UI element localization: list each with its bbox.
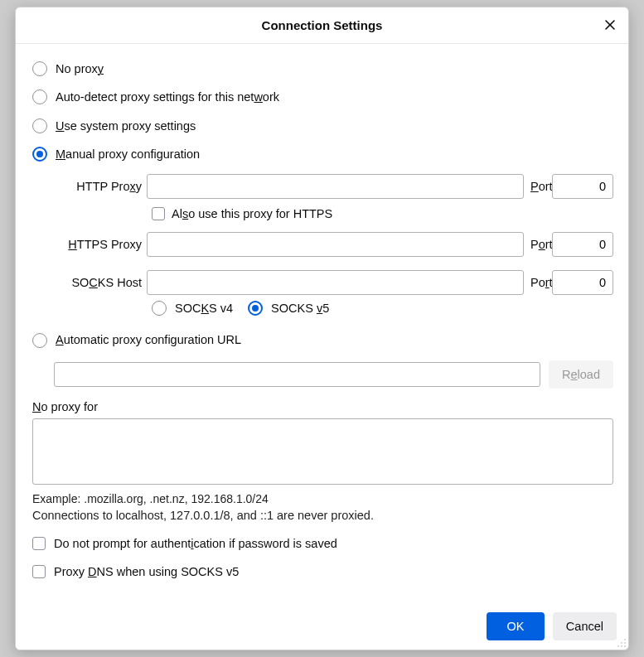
http-port-input[interactable] bbox=[552, 174, 613, 199]
http-proxy-label: HTTP Proxy bbox=[54, 180, 147, 193]
label-socks-v5: SOCKS v5 bbox=[271, 300, 329, 316]
cancel-button[interactable]: Cancel bbox=[553, 612, 617, 640]
http-port-label: Port bbox=[524, 180, 552, 193]
label-manual-proxy: Manual proxy configuration bbox=[56, 146, 200, 162]
close-button[interactable] bbox=[598, 14, 622, 37]
checkbox-also-https[interactable] bbox=[152, 207, 165, 220]
radio-no-proxy[interactable] bbox=[32, 61, 47, 76]
checkbox-proxy-dns[interactable] bbox=[32, 565, 46, 578]
https-port-input[interactable] bbox=[552, 232, 613, 257]
connection-settings-dialog: Connection Settings No proxy Auto-detect… bbox=[15, 7, 629, 650]
svg-point-4 bbox=[624, 642, 626, 644]
label-no-proxy: No proxy bbox=[56, 60, 104, 77]
label-auto-config-url: Automatic proxy configuration URL bbox=[56, 331, 241, 348]
http-proxy-input[interactable] bbox=[147, 174, 524, 199]
socks-port-label: Port bbox=[524, 276, 552, 289]
label-system-proxy: Use system proxy settings bbox=[56, 118, 196, 134]
label-also-https: Also use this proxy for HTTPS bbox=[172, 207, 332, 220]
reload-button[interactable]: Reload bbox=[549, 360, 613, 389]
radio-auto-config-url[interactable] bbox=[32, 333, 47, 348]
svg-point-2 bbox=[624, 639, 626, 640]
radio-auto-detect[interactable] bbox=[32, 89, 47, 104]
no-proxy-for-textarea[interactable] bbox=[32, 418, 613, 485]
close-icon bbox=[604, 19, 616, 33]
radio-socks-v5[interactable] bbox=[248, 301, 263, 316]
pac-url-input[interactable] bbox=[54, 362, 540, 387]
dialog-titlebar: Connection Settings bbox=[16, 7, 628, 44]
svg-point-7 bbox=[624, 645, 626, 647]
no-proxy-for-label: No proxy for bbox=[32, 400, 613, 413]
https-proxy-label: HTTPS Proxy bbox=[54, 238, 147, 251]
svg-point-5 bbox=[617, 645, 619, 647]
radio-system-proxy[interactable] bbox=[32, 118, 47, 133]
no-proxy-note: Connections to localhost, 127.0.0.1/8, a… bbox=[32, 509, 613, 522]
socks-host-input[interactable] bbox=[147, 270, 524, 295]
https-port-label: Port bbox=[524, 238, 552, 251]
manual-proxy-group: HTTP Proxy Port Also use this proxy for … bbox=[54, 174, 613, 316]
dialog-body: No proxy Auto-detect proxy settings for … bbox=[16, 44, 628, 603]
svg-point-6 bbox=[621, 645, 622, 647]
checkbox-no-auth-prompt[interactable] bbox=[32, 537, 46, 550]
label-socks-v4: SOCKS v4 bbox=[175, 300, 233, 316]
label-no-auth-prompt: Do not prompt for authentication if pass… bbox=[54, 535, 337, 552]
label-proxy-dns: Proxy DNS when using SOCKS v5 bbox=[54, 563, 239, 580]
socks-port-input[interactable] bbox=[552, 270, 613, 295]
label-auto-detect: Auto-detect proxy settings for this netw… bbox=[56, 89, 279, 105]
radio-socks-v4[interactable] bbox=[152, 301, 167, 316]
dialog-title: Connection Settings bbox=[262, 18, 383, 32]
radio-manual-proxy[interactable] bbox=[32, 147, 47, 162]
no-proxy-example: Example: .mozilla.org, .net.nz, 192.168.… bbox=[32, 492, 613, 505]
ok-button[interactable]: OK bbox=[487, 612, 545, 640]
resize-grip-icon[interactable] bbox=[615, 636, 627, 648]
svg-point-3 bbox=[621, 642, 622, 644]
dialog-footer: OK Cancel bbox=[16, 603, 628, 650]
https-proxy-input[interactable] bbox=[147, 232, 524, 257]
socks-host-label: SOCKS Host bbox=[54, 276, 147, 289]
